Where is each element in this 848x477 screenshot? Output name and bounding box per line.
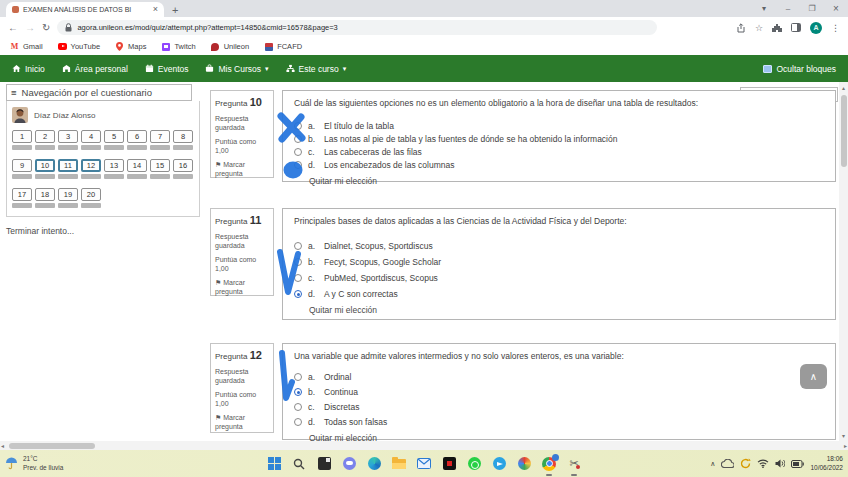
question-nav-button-6[interactable]: 6 — [127, 130, 147, 150]
option-b[interactable]: b.Continua — [294, 387, 824, 397]
bookmark-star-icon[interactable]: ☆ — [755, 23, 763, 33]
nav-item-area-personal[interactable]: Área personal — [62, 64, 128, 74]
question-nav-button-16[interactable]: 16 — [173, 159, 193, 179]
forward-button[interactable]: → — [25, 22, 35, 33]
share-icon[interactable] — [736, 23, 746, 33]
battery-icon[interactable] — [791, 460, 804, 468]
window-restore-button[interactable]: ❐ — [800, 4, 824, 13]
radio-button[interactable] — [294, 418, 302, 426]
option-c[interactable]: c.Discretas — [294, 402, 824, 412]
flag-question-link[interactable]: ⚑ Marcar pregunta — [215, 160, 269, 179]
clear-choice-link[interactable]: Quitar mi elección — [309, 176, 824, 186]
bookmark-gmail[interactable]: MGmail — [10, 42, 43, 51]
scroll-left-arrow-icon[interactable]: ◂ — [1, 442, 4, 449]
back-button[interactable]: ← — [8, 22, 18, 33]
option-b[interactable]: b.Fecyt, Scopus, Google Scholar — [294, 257, 824, 267]
option-d[interactable]: d.Todas son falsas — [294, 417, 824, 427]
weather-widget[interactable]: 21°CPrev. de lluvia — [5, 455, 63, 471]
bookmark-unileon[interactable]: Unileon — [211, 42, 249, 51]
chat-icon[interactable] — [341, 456, 357, 472]
bookmark-maps[interactable]: Maps — [115, 42, 146, 51]
question-nav-button-11[interactable]: 11 — [58, 159, 78, 179]
flag-question-link[interactable]: ⚑ Marcar pregunta — [215, 413, 269, 432]
radio-button[interactable] — [294, 388, 302, 396]
browser-tab[interactable]: EXAMEN ANÁLISIS DE DATOS BI × — [6, 2, 164, 17]
question-nav-button-18[interactable]: 18 — [35, 188, 55, 208]
radio-button[interactable] — [294, 373, 302, 381]
extensions-icon[interactable] — [772, 23, 782, 33]
radio-button[interactable] — [294, 135, 302, 143]
radio-button[interactable] — [294, 148, 302, 156]
radio-button[interactable] — [294, 274, 302, 282]
finish-attempt-link[interactable]: Terminar intento... — [6, 226, 204, 236]
bookmark-youtube[interactable]: YouTube — [58, 42, 100, 51]
scroll-to-top-button[interactable]: ∧ — [800, 364, 827, 389]
mail-icon[interactable] — [416, 456, 432, 472]
nav-item-eventos[interactable]: Eventos — [145, 64, 189, 74]
snipping-tool-icon[interactable]: ✂ — [566, 456, 582, 472]
cloud-icon[interactable] — [721, 459, 734, 468]
option-d[interactable]: d.Los encabezados de las columnas — [294, 160, 824, 170]
bookmark-twitch[interactable]: Twitch — [161, 42, 195, 51]
nav-item-inicio[interactable]: Inicio — [12, 64, 45, 74]
scroll-right-arrow-icon[interactable]: ▸ — [844, 442, 847, 449]
chrome-icon[interactable] — [541, 456, 557, 472]
hide-blocks-button[interactable]: Ocultar bloques — [763, 64, 836, 74]
sync-icon[interactable] — [740, 458, 751, 469]
nav-item-mis-cursos[interactable]: Mis Cursos ▾ — [205, 64, 268, 74]
radio-button[interactable] — [294, 258, 302, 266]
option-b[interactable]: b.Las notas al pie de tabla y las fuente… — [294, 134, 824, 144]
question-nav-button-14[interactable]: 14 — [127, 159, 147, 179]
question-nav-button-3[interactable]: 3 — [58, 130, 78, 150]
question-nav-button-7[interactable]: 7 — [150, 130, 170, 150]
question-nav-button-5[interactable]: 5 — [104, 130, 124, 150]
radio-button[interactable] — [294, 161, 302, 169]
browser-menu-icon[interactable]: ⋮ — [831, 23, 840, 33]
edge-icon[interactable] — [366, 456, 382, 472]
start-icon[interactable] — [266, 456, 282, 472]
window-close-button[interactable]: × — [824, 3, 848, 14]
tab-close-icon[interactable]: × — [153, 5, 158, 14]
vertical-scroll-thumb[interactable] — [841, 95, 847, 167]
question-nav-button-17[interactable]: 17 — [12, 188, 32, 208]
scroll-down-arrow-icon[interactable]: ▾ — [839, 432, 848, 439]
window-minimize-button[interactable]: – — [776, 4, 800, 13]
radio-button[interactable] — [294, 122, 302, 130]
question-nav-button-9[interactable]: 9 — [12, 159, 32, 179]
side-panel-icon[interactable] — [791, 23, 801, 32]
question-nav-button-20[interactable]: 20 — [81, 188, 101, 208]
option-c[interactable]: c.Las cabeceras de las filas — [294, 147, 824, 157]
flag-question-link[interactable]: ⚑ Marcar pregunta — [215, 278, 269, 297]
media-app-icon[interactable] — [441, 456, 457, 472]
search-icon[interactable] — [291, 456, 307, 472]
dark-app-icon[interactable] — [316, 456, 332, 472]
option-d[interactable]: d.A y C son correctas — [294, 289, 824, 299]
chevron-up-icon[interactable]: ∧ — [710, 460, 715, 468]
question-nav-button-12[interactable]: 12 — [81, 159, 101, 179]
question-nav-button-2[interactable]: 2 — [35, 130, 55, 150]
profile-avatar[interactable]: A — [810, 22, 822, 34]
nav-item-este-curso[interactable]: Este curso ▾ — [286, 64, 347, 74]
radio-button[interactable] — [294, 403, 302, 411]
wifi-icon[interactable] — [757, 459, 769, 468]
radio-button[interactable] — [294, 290, 302, 298]
question-nav-button-13[interactable]: 13 — [104, 159, 124, 179]
reload-button[interactable]: ↻ — [42, 22, 50, 33]
question-nav-button-19[interactable]: 19 — [58, 188, 78, 208]
option-a[interactable]: a.Ordinal — [294, 372, 824, 382]
clear-choice-link[interactable]: Quitar mi elección — [309, 305, 824, 315]
option-a[interactable]: a.El título de la tabla — [294, 121, 824, 131]
telegram-icon[interactable] — [491, 456, 507, 472]
scroll-up-arrow-icon[interactable]: ▴ — [839, 84, 848, 91]
question-nav-button-1[interactable]: 1 — [12, 130, 32, 150]
horizontal-scroll-thumb[interactable] — [9, 443, 95, 449]
new-tab-button[interactable]: + — [164, 4, 188, 17]
vertical-scrollbar[interactable]: ▴ ▾ — [839, 82, 848, 441]
volume-icon[interactable] — [775, 459, 785, 468]
file-explorer-icon[interactable] — [391, 456, 407, 472]
option-a[interactable]: a.Dialnet, Scopus, Sportdiscus — [294, 241, 824, 251]
url-field[interactable]: agora.unileon.es/mod/quiz/attempt.php?at… — [57, 20, 657, 35]
question-nav-button-15[interactable]: 15 — [150, 159, 170, 179]
horizontal-scrollbar[interactable]: ◂ ▸ — [0, 441, 848, 450]
clear-choice-link[interactable]: Quitar mi elección — [309, 433, 824, 441]
